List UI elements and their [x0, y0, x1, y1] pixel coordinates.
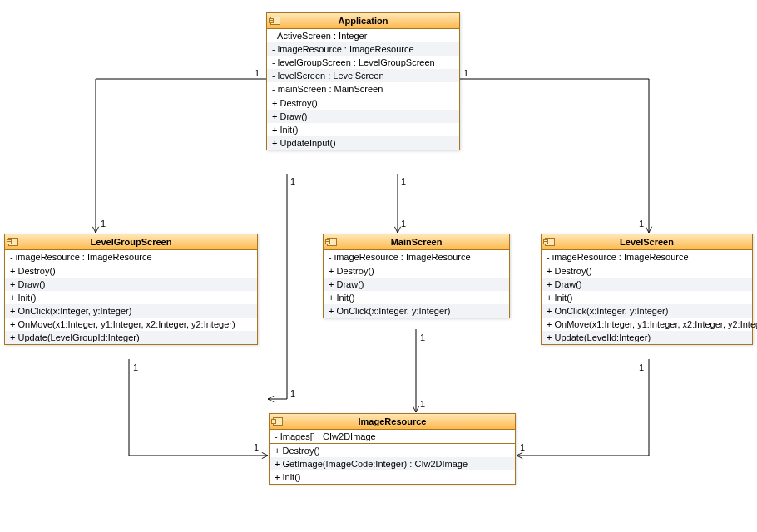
op-row: + Init() — [324, 291, 509, 304]
op-row: + OnClick(x:Integer, y:Integer) — [542, 304, 752, 318]
class-icon — [8, 238, 18, 246]
op-row: + Destroy() — [5, 264, 257, 278]
op-row: + Destroy() — [542, 264, 752, 278]
op-row: + OnMove(x1:Integer, y1:Integer, x2:Inte… — [5, 318, 257, 331]
op-row: + Draw() — [542, 278, 752, 291]
class-levelscreen-header: LevelScreen — [542, 234, 752, 250]
op-row: + Init() — [270, 470, 515, 484]
attr-row: - levelScreen : LevelScreen — [267, 69, 459, 82]
op-row: + OnClick(x:Integer, y:Integer) — [5, 304, 257, 318]
op-row: + Init() — [542, 291, 752, 304]
class-mainscreen[interactable]: MainScreen - imageResource : ImageResour… — [323, 234, 510, 318]
class-imageresource-attrs: - Images[] : CIw2DImage — [270, 430, 515, 444]
class-application-attrs: - ActiveScreen : Integer - imageResource… — [267, 29, 459, 96]
class-name: ImageResource — [359, 416, 427, 426]
mult-ls-ir-dst: 1 — [520, 442, 525, 452]
attr-row: - Images[] : CIw2DImage — [270, 430, 515, 443]
attr-row: - imageResource : ImageResource — [542, 250, 752, 264]
op-row: + Init() — [267, 123, 459, 136]
op-row: + Update(LevelGroupId:Integer) — [5, 331, 257, 344]
op-row: + Update(LevelId:Integer) — [542, 331, 752, 344]
op-row: + OnClick(x:Integer, y:Integer) — [324, 304, 509, 318]
op-row: + OnMove(x1:Integer, y1:Integer, x2:Inte… — [542, 318, 752, 331]
mult-ms-ir-dst: 1 — [420, 399, 425, 409]
op-row: + Draw() — [267, 110, 459, 123]
mult-lgs-ir-dst: 1 — [254, 442, 259, 452]
mult-app-ir-src: 1 — [290, 176, 295, 186]
mult-app-ms-src: 1 — [401, 176, 406, 186]
op-row: + Draw() — [5, 278, 257, 291]
class-imageresource-ops: + Destroy() + GetImage(ImageCode:Integer… — [270, 444, 515, 484]
class-application-header: Application — [267, 13, 459, 29]
mult-app-ms-dst: 1 — [401, 219, 406, 229]
class-application[interactable]: Application - ActiveScreen : Integer - i… — [266, 12, 460, 150]
class-mainscreen-header: MainScreen — [324, 234, 509, 250]
class-levelgroupscreen[interactable]: LevelGroupScreen - imageResource : Image… — [4, 234, 258, 345]
attr-row: - levelGroupScreen : LevelGroupScreen — [267, 56, 459, 69]
mult-ls-ir-src: 1 — [639, 362, 644, 372]
op-row: + Init() — [5, 291, 257, 304]
mult-app-ir-dst: 1 — [290, 388, 295, 398]
mult-app-ls-dst: 1 — [639, 219, 644, 229]
class-icon — [327, 238, 337, 246]
mult-app-lgs-dst: 1 — [101, 219, 106, 229]
op-row: + Draw() — [324, 278, 509, 291]
op-row: + Destroy() — [267, 96, 459, 110]
attr-row: - imageResource : ImageResource — [324, 250, 509, 264]
class-icon — [273, 417, 283, 426]
class-mainscreen-attrs: - imageResource : ImageResource — [324, 250, 509, 264]
class-mainscreen-ops: + Destroy() + Draw() + Init() + OnClick(… — [324, 264, 509, 318]
mult-ms-ir-src: 1 — [420, 332, 425, 342]
class-name: MainScreen — [391, 237, 443, 247]
mult-app-lgs-src: 1 — [255, 68, 260, 78]
mult-lgs-ir-src: 1 — [133, 362, 138, 372]
class-name: Application — [339, 16, 388, 26]
class-levelscreen-attrs: - imageResource : ImageResource — [542, 250, 752, 264]
class-application-ops: + Destroy() + Draw() + Init() + UpdateIn… — [267, 96, 459, 150]
class-icon — [270, 17, 280, 25]
class-levelgroupscreen-ops: + Destroy() + Draw() + Init() + OnClick(… — [5, 264, 257, 344]
mult-app-ls-src: 1 — [463, 68, 468, 78]
op-row: + UpdateInput() — [267, 136, 459, 150]
attr-row: - mainScreen : MainScreen — [267, 82, 459, 96]
class-levelscreen-ops: + Destroy() + Draw() + Init() + OnClick(… — [542, 264, 752, 344]
attr-row: - ActiveScreen : Integer — [267, 29, 459, 42]
attr-row: - imageResource : ImageResource — [267, 42, 459, 56]
class-levelscreen[interactable]: LevelScreen - imageResource : ImageResou… — [541, 234, 753, 345]
op-row: + Destroy() — [270, 444, 515, 457]
attr-row: - imageResource : ImageResource — [5, 250, 257, 264]
class-levelgroupscreen-attrs: - imageResource : ImageResource — [5, 250, 257, 264]
class-imageresource[interactable]: ImageResource - Images[] : CIw2DImage + … — [269, 413, 516, 485]
class-imageresource-header: ImageResource — [270, 414, 515, 430]
op-row: + Destroy() — [324, 264, 509, 278]
op-row: + GetImage(ImageCode:Integer) : CIw2DIma… — [270, 457, 515, 470]
class-name: LevelGroupScreen — [91, 237, 172, 247]
class-icon — [545, 238, 555, 246]
class-levelgroupscreen-header: LevelGroupScreen — [5, 234, 257, 250]
class-name: LevelScreen — [620, 237, 674, 247]
